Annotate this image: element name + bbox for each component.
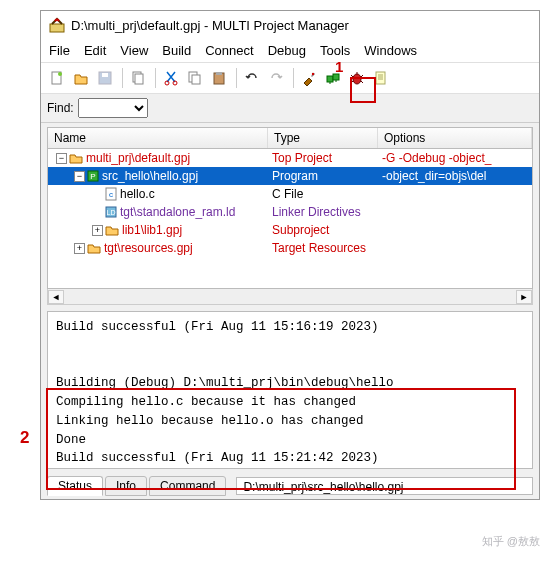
toolbar-separator [293,68,294,88]
cfile-icon: c [105,187,117,201]
titlebar: D:\multi_prj\default.gpj - MULTI Project… [41,11,539,39]
build-icon [301,70,317,86]
build-output[interactable]: Build successful (Fri Aug 11 15:16:19 20… [47,311,533,469]
tree-type: Linker Directives [268,205,378,219]
menu-build[interactable]: Build [162,43,191,58]
toolbar [41,62,539,94]
find-input[interactable] [78,98,148,118]
svg-rect-4 [102,73,108,77]
expand-icon[interactable]: + [92,225,103,236]
edit-doc-icon [373,70,389,86]
toolbar-separator [155,68,156,88]
scroll-right-icon[interactable]: ► [516,290,532,304]
debug-button[interactable] [323,67,345,89]
svg-rect-10 [192,75,200,84]
redo-icon [268,70,284,86]
project-tree[interactable]: −multi_prj\default.gpjTop Project-G -Ode… [47,149,533,289]
svg-rect-6 [135,74,143,84]
open-button[interactable] [71,67,93,89]
find-row: Find: [41,94,539,123]
tree-label: lib1\lib1.gpj [122,223,182,237]
svg-rect-14 [327,76,333,82]
collapse-icon[interactable]: − [56,153,67,164]
expand-icon[interactable]: + [74,243,85,254]
svg-text:LD: LD [107,209,116,216]
menu-connect[interactable]: Connect [205,43,253,58]
col-header-options[interactable]: Options [378,128,532,148]
cut-icon [163,70,179,86]
h-scrollbar[interactable]: ◄ ► [47,289,533,305]
tree-row[interactable]: LDtgt\standalone_ram.ldLinker Directives [48,203,532,221]
tab-command[interactable]: Command [149,476,226,496]
tree-label: multi_prj\default.gpj [86,151,190,165]
tree-row[interactable]: −multi_prj\default.gpjTop Project-G -Ode… [48,149,532,167]
ldfile-icon: LD [105,206,117,218]
new-file-button[interactable] [47,67,69,89]
toolbar-separator [236,68,237,88]
col-header-type[interactable]: Type [268,128,378,148]
col-header-name[interactable]: Name [48,128,268,148]
app-icon [49,17,65,33]
svg-point-13 [311,73,313,75]
menu-debug[interactable]: Debug [268,43,306,58]
menu-view[interactable]: View [120,43,148,58]
scroll-left-icon[interactable]: ◄ [48,290,64,304]
paste-button[interactable] [209,67,231,89]
build-button[interactable] [299,67,321,89]
list-header: Name Type Options [47,127,533,149]
tree-type: Target Resources [268,241,378,255]
svg-point-2 [58,72,62,76]
tree-row[interactable]: chello.cC File [48,185,532,203]
folder-icon [105,224,119,236]
folder-icon [69,152,83,164]
tree-label: tgt\standalone_ram.ld [120,205,235,219]
debug-icon [325,70,341,86]
annotation-2: 2 [20,428,29,448]
menu-file[interactable]: File [49,43,70,58]
tree-options: -G -Odebug -object_ [378,151,532,165]
copy-doc-button[interactable] [128,67,150,89]
tree-row[interactable]: −Psrc_hello\hello.gpjProgram-object_dir=… [48,167,532,185]
tree-type: Subproject [268,223,378,237]
find-label: Find: [47,101,74,115]
copy-doc-icon [130,70,146,86]
tree-label: hello.c [120,187,155,201]
status-path: D:\multi_prj\src_hello\hello.gpj [236,477,533,495]
menubar: File Edit View Build Connect Debug Tools… [41,39,539,62]
cut-button[interactable] [161,67,183,89]
svg-text:P: P [90,172,95,181]
tree-type: C File [268,187,378,201]
undo-button[interactable] [242,67,264,89]
paste-icon [211,70,227,86]
save-icon [97,70,113,86]
toolbar-separator [122,68,123,88]
app-window: D:\multi_prj\default.gpj - MULTI Project… [40,10,540,500]
copy-button[interactable] [185,67,207,89]
bug-button[interactable] [347,67,369,89]
menu-edit[interactable]: Edit [84,43,106,58]
tree-row[interactable]: +tgt\resources.gpjTarget Resources [48,239,532,257]
svg-rect-15 [333,74,339,80]
svg-rect-0 [50,24,64,32]
svg-rect-12 [216,72,222,75]
tree-options: -object_dir=objs\del [378,169,532,183]
tree-row[interactable]: +lib1\lib1.gpjSubproject [48,221,532,239]
tree-label: tgt\resources.gpj [104,241,193,255]
undo-icon [244,70,260,86]
tree-type: Program [268,169,378,183]
menu-windows[interactable]: Windows [364,43,417,58]
menu-tools[interactable]: Tools [320,43,350,58]
folder-icon [87,242,101,254]
edit-doc-button[interactable] [371,67,393,89]
bug-icon [349,70,365,86]
copy-icon [187,70,203,86]
redo-button [266,67,288,89]
open-icon [73,70,89,86]
tree-label: src_hello\hello.gpj [102,169,198,183]
tab-info[interactable]: Info [105,476,147,496]
collapse-icon[interactable]: − [74,171,85,182]
tab-status[interactable]: Status [47,476,103,496]
window-title: D:\multi_prj\default.gpj - MULTI Project… [71,18,349,33]
save-button [95,67,117,89]
svg-text:c: c [109,190,113,199]
